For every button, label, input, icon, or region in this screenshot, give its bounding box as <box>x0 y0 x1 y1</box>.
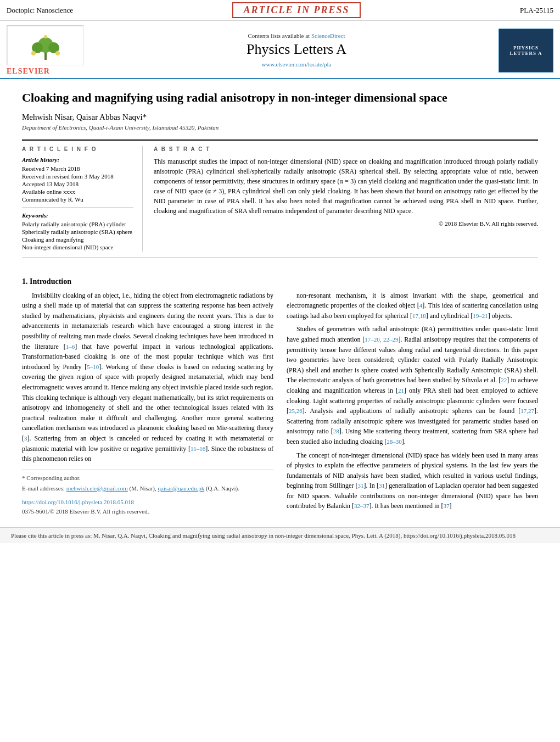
keyword-4: Non-integer dimensional (NID) space <box>22 244 133 250</box>
communicated-by: Communicated by R. Wu <box>22 196 133 203</box>
keyword-3: Cloaking and magnifying <box>22 236 133 243</box>
available-date: Available online xxxx <box>22 188 133 195</box>
svg-point-6 <box>55 51 60 55</box>
keywords-heading: Keywords: <box>22 212 133 219</box>
revised-date: Received in revised form 3 May 2018 <box>22 173 133 180</box>
publisher-logo-area: ELSEVIER <box>7 25 94 76</box>
article-in-press-badge: Article in Press <box>232 2 360 18</box>
please-cite-bar: Please cite this article in press as: M.… <box>0 527 560 543</box>
article-authors: Mehwish Nisar, Qaisar Abbas Naqvi* <box>22 113 538 122</box>
email-line: E-mail addresses: mehwish.ele@gmail.com … <box>22 484 273 493</box>
top-bar: Doctopic: Nanoscience Article in Press P… <box>0 0 560 21</box>
body-content: 1. Introduction Invisibility cloaking of… <box>0 272 560 522</box>
doi-link[interactable]: https://doi.org/10.1016/j.physleta.2018.… <box>22 499 134 505</box>
svg-point-5 <box>31 51 36 55</box>
doctopic-label: Doctopic: Nanoscience <box>7 6 73 15</box>
article-id: PLA-25115 <box>520 6 553 15</box>
abstract-panel: A B S T R A C T This manuscript studies … <box>154 146 538 252</box>
journal-title: Physics Letters A <box>94 41 499 58</box>
abstract-body: This manuscript studies the impact of no… <box>154 157 538 216</box>
contents-line: Contents lists available at ScienceDirec… <box>94 32 499 39</box>
intro-col2-para-3: The concept of non-integer dimensional (… <box>287 450 538 512</box>
sciencedirect-link[interactable]: ScienceDirect <box>311 32 345 39</box>
article-info-heading: A R T I C L E I N F O <box>22 146 133 152</box>
history-heading: Article history: <box>22 157 133 163</box>
intro-col2-para-2: Studies of geometries with radial anisot… <box>287 324 538 447</box>
intro-heading: 1. Introduction <box>22 277 538 286</box>
journal-title-area: Contents lists available at ScienceDirec… <box>94 32 499 69</box>
keyword-2: Spherically radially anisotropic (SRA) s… <box>22 228 133 235</box>
elsevier-logo-box <box>7 25 83 65</box>
abstract-copyright: © 2018 Elsevier B.V. All rights reserved… <box>154 220 538 227</box>
email-1-link[interactable]: mehwish.ele@gmail.com <box>66 485 128 492</box>
intro-col2: non-resonant mechanism, it is almost inv… <box>287 291 538 516</box>
intro-col2-para-1: non-resonant mechanism, it is almost inv… <box>287 291 538 321</box>
intro-col1: Invisibility cloaking of an object, i.e.… <box>22 291 273 516</box>
svg-point-7 <box>44 35 47 38</box>
journal-header: ELSEVIER Contents lists available at Sci… <box>0 21 560 79</box>
article-affiliation: Department of Electronics, Quaid-i-Azam … <box>22 124 538 131</box>
intro-para-1: Invisibility cloaking of an object, i.e.… <box>22 291 273 464</box>
article-info-panel: A R T I C L E I N F O Article history: R… <box>22 146 143 252</box>
journal-url: www.elsevier.com/locate/pla <box>94 60 499 69</box>
keyword-1: Polarly radially anisotropic (PRA) cylin… <box>22 221 133 227</box>
received-date: Received 7 March 2018 <box>22 165 133 172</box>
info-divider <box>22 207 133 208</box>
footnote-area: * Corresponding author. E-mail addresses… <box>22 470 273 493</box>
article-title: Cloaking and magnifying using radial ani… <box>22 90 538 106</box>
issn-line: 0375-9601/© 2018 Elsevier B.V. All right… <box>22 507 273 516</box>
doi-line: https://doi.org/10.1016/j.physleta.2018.… <box>22 498 273 507</box>
info-abstract-container: A R T I C L E I N F O Article history: R… <box>22 140 538 258</box>
accepted-date: Accepted 13 May 2018 <box>22 181 133 187</box>
abstract-heading: A B S T R A C T <box>154 146 538 152</box>
elsevier-wordmark: ELSEVIER <box>7 67 94 76</box>
journal-banner-logo: PHYSICS LETTERS A <box>499 29 553 72</box>
article-header-section: Cloaking and magnifying using radial ani… <box>0 79 560 272</box>
intro-two-col: Invisibility cloaking of an object, i.e.… <box>22 291 538 516</box>
email-2-link[interactable]: qaisar@qau.edu.pk <box>158 485 205 492</box>
corresponding-note: * Corresponding author. <box>22 473 273 483</box>
